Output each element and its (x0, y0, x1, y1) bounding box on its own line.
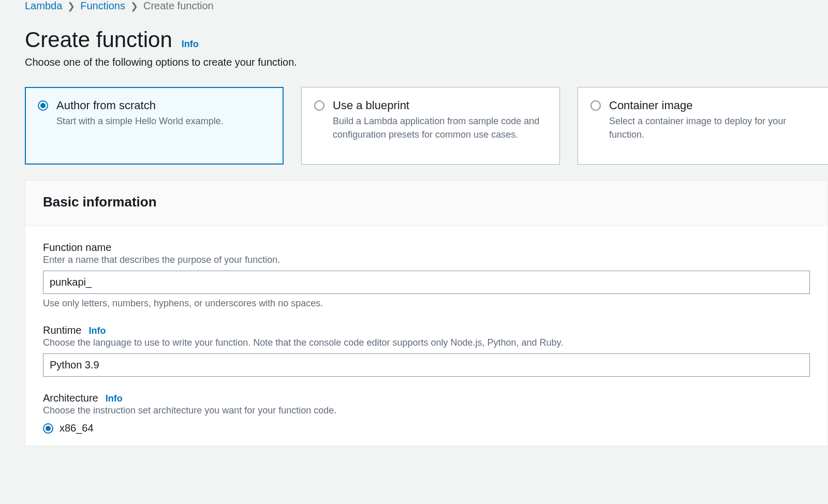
info-link-architecture[interactable]: Info (106, 393, 123, 404)
runtime-group: Runtime Info Choose the language to use … (43, 324, 810, 377)
radio-icon (590, 100, 601, 111)
architecture-help: Choose the instruction set architecture … (43, 405, 810, 416)
option-desc: Select a container image to deploy for y… (609, 114, 823, 141)
radio-icon (38, 100, 48, 111)
breadcrumb-current: Create function (143, 0, 214, 12)
option-title: Use a blueprint (333, 99, 547, 112)
function-name-input[interactable] (43, 271, 810, 294)
creation-options: Author from scratch Start with a simple … (25, 87, 828, 165)
page-title: Create function (25, 27, 172, 52)
function-name-hint: Use only letters, numbers, hyphens, or u… (43, 298, 810, 309)
basic-information-panel: Basic information Function name Enter a … (25, 180, 828, 446)
option-title: Author from scratch (56, 99, 224, 112)
info-link-runtime[interactable]: Info (88, 325, 106, 336)
radio-icon (43, 423, 53, 434)
breadcrumb-functions[interactable]: Functions (80, 0, 125, 12)
option-desc: Build a Lambda application from sample c… (333, 114, 547, 141)
architecture-option-label: x86_64 (60, 422, 94, 434)
option-title: Container image (609, 99, 823, 112)
option-desc: Start with a simple Hello World example. (56, 114, 224, 128)
chevron-right-icon: ❯ (67, 1, 75, 12)
panel-heading: Basic information (43, 194, 810, 210)
function-name-group: Function name Enter a name that describe… (43, 242, 810, 309)
architecture-label: Architecture (43, 392, 98, 404)
option-author-from-scratch[interactable]: Author from scratch Start with a simple … (25, 87, 284, 165)
runtime-label: Runtime (43, 324, 81, 336)
breadcrumb-lambda[interactable]: Lambda (25, 0, 62, 12)
option-container-image[interactable]: Container image Select a container image… (578, 87, 828, 165)
breadcrumb: Lambda ❯ Functions ❯ Create function (25, 0, 828, 27)
chevron-right-icon: ❯ (130, 1, 138, 12)
option-use-blueprint[interactable]: Use a blueprint Build a Lambda applicati… (301, 87, 560, 165)
architecture-option-x86-64[interactable]: x86_64 (43, 422, 810, 434)
page-subtitle: Choose one of the following options to c… (25, 56, 828, 68)
runtime-help: Choose the language to use to write your… (43, 337, 810, 348)
architecture-group: Architecture Info Choose the instruction… (43, 392, 810, 434)
function-name-label: Function name (43, 242, 111, 254)
radio-icon (314, 100, 324, 111)
info-link-header[interactable]: Info (182, 39, 199, 50)
runtime-select[interactable]: Python 3.9 (43, 353, 810, 377)
function-name-help: Enter a name that describes the purpose … (43, 255, 810, 265)
